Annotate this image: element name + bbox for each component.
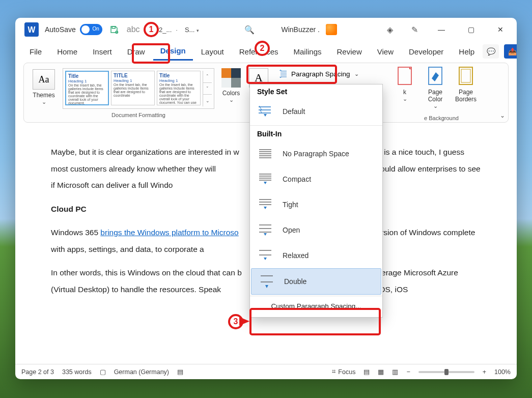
svg-text:W: W — [28, 25, 36, 34]
svg-rect-7 — [461, 69, 470, 82]
word-icon: W — [24, 22, 39, 37]
tab-view[interactable]: View — [370, 43, 401, 60]
tab-developer[interactable]: Developer — [402, 43, 451, 60]
tab-mailings[interactable]: Mailings — [287, 43, 329, 60]
gallery-down-icon[interactable]: ˅ — [203, 83, 212, 95]
tab-draw[interactable]: Draw — [120, 43, 152, 60]
tab-design[interactable]: Design — [153, 42, 193, 61]
colors-button[interactable]: Colors — [217, 66, 245, 119]
paragraph-spacing-button[interactable]: Paragraph Spacing — [274, 66, 363, 81]
sb-zoom-out-icon[interactable]: − — [406, 368, 410, 376]
sb-language[interactable]: German (Germany) — [114, 368, 169, 376]
tab-help[interactable]: Help — [452, 43, 482, 60]
group-caption-formatting: Document Formatting — [60, 112, 217, 118]
themes-button[interactable]: Aa Themes — [28, 66, 60, 119]
minimize-button[interactable]: — — [431, 20, 452, 39]
dd-item-tight[interactable]: Tight — [250, 192, 382, 217]
sb-zoom-level[interactable]: 100% — [494, 368, 511, 376]
tab-home[interactable]: Home — [50, 43, 85, 60]
annotation-arrow-icon: ▶ — [239, 314, 249, 327]
diamond-icon[interactable]: ◈ — [382, 22, 398, 37]
dd-item-custom[interactable]: Custom Paragraph Spacing... — [250, 297, 382, 315]
svg-rect-2 — [112, 26, 115, 29]
sb-spellcheck-icon[interactable]: ▢ — [100, 368, 106, 376]
annotation-badge-1: 1 — [144, 22, 159, 37]
spacing-default-icon — [257, 104, 273, 119]
strikethrough-icon[interactable]: abc — [126, 22, 141, 37]
dd-item-no-space[interactable]: No Paragraph Space — [250, 141, 382, 166]
sb-view-web-icon[interactable]: ▥ — [392, 368, 398, 376]
close-button[interactable]: ✕ — [490, 20, 511, 39]
style-card-2[interactable]: TITLE Heading 1 On the Insert tab, the g… — [111, 71, 155, 105]
style-card-3[interactable]: Title Heading 1 On the Insert tab, the g… — [157, 71, 201, 105]
statusbar: Page 2 of 3 335 words ▢ German (Germany)… — [15, 364, 517, 379]
spacing-double-icon — [259, 274, 275, 289]
sb-view-print-icon[interactable]: ▦ — [378, 368, 384, 376]
watermark-button[interactable]: k — [390, 66, 419, 109]
pen-icon[interactable]: ✎ — [407, 22, 422, 37]
svg-rect-4 — [398, 67, 411, 84]
app-title: WinBuzzer . — [281, 25, 319, 34]
paragraph-spacing-dropdown: Style Set Default Built-In No Paragraph … — [249, 84, 383, 318]
spacing-none-icon — [257, 146, 273, 161]
comments-button[interactable]: 💬 — [483, 44, 499, 59]
ribbon-collapse-icon[interactable]: ⌄ — [500, 112, 505, 119]
page-color-button[interactable]: Page Color — [421, 66, 450, 109]
spacing-open-icon — [257, 222, 273, 238]
sb-zoom-in-icon[interactable]: + — [483, 368, 486, 376]
dd-item-relaxed[interactable]: Relaxed — [250, 243, 382, 268]
dd-section-builtin: Built-In — [250, 127, 382, 141]
sb-page[interactable]: Page 2 of 3 — [21, 368, 54, 376]
maximize-button[interactable]: ▢ — [461, 20, 481, 39]
titlebar: W AutoSave On abc 02_... · S... 🔍 WinBuz… — [15, 18, 517, 41]
annotation-badge-2: 2 — [255, 41, 270, 56]
tab-file[interactable]: File — [22, 43, 49, 60]
dd-item-double[interactable]: Double — [251, 268, 381, 295]
save-icon[interactable] — [106, 22, 122, 37]
share-button[interactable]: 📤 — [504, 44, 517, 59]
dd-item-compact[interactable]: Compact — [250, 166, 382, 192]
paragraph-spacing-icon — [279, 69, 288, 78]
page-borders-button[interactable]: Page Borders — [452, 66, 480, 109]
style-gallery[interactable]: Title Heading 1 On the Insert tab, the g… — [60, 66, 217, 119]
sb-view-read-icon[interactable]: ▤ — [363, 368, 370, 376]
chevron-down-icon — [42, 99, 46, 105]
dd-item-open[interactable]: Open — [250, 217, 382, 243]
sb-words[interactable]: 335 words — [62, 368, 92, 376]
tab-insert[interactable]: Insert — [86, 43, 119, 60]
dd-section-styleset: Style Set — [250, 84, 382, 99]
sb-macro-icon[interactable]: ▤ — [177, 368, 183, 376]
spacing-tight-icon — [257, 197, 273, 212]
search-icon[interactable]: 🔍 — [244, 25, 255, 35]
spacing-compact-icon — [257, 172, 273, 187]
zoom-slider[interactable] — [418, 371, 474, 373]
tab-layout[interactable]: Layout — [194, 43, 231, 60]
link-windows-365[interactable]: brings the Windows platform to Microso — [100, 228, 238, 237]
themes-icon: Aa — [33, 69, 55, 90]
style-card-1[interactable]: Title Heading 1 On the Insert tab, the g… — [65, 71, 109, 105]
tab-review[interactable]: Review — [330, 43, 369, 60]
dd-item-default[interactable]: Default — [250, 99, 382, 124]
gallery-more-icon[interactable]: ⌄ — [203, 95, 212, 106]
chevron-down-icon — [229, 97, 234, 103]
doc-status[interactable]: S... — [185, 26, 200, 34]
colors-icon — [221, 68, 241, 88]
spacing-relaxed-icon — [257, 248, 273, 263]
addin-icon[interactable] — [326, 24, 337, 35]
sb-focus-button[interactable]: ⌗ Focus — [332, 368, 355, 376]
group-caption-background: e Background — [390, 115, 492, 121]
autosave-toggle[interactable]: On — [80, 24, 102, 35]
gallery-up-icon[interactable]: ˄ — [203, 71, 212, 83]
autosave-label: AutoSave — [45, 25, 76, 34]
